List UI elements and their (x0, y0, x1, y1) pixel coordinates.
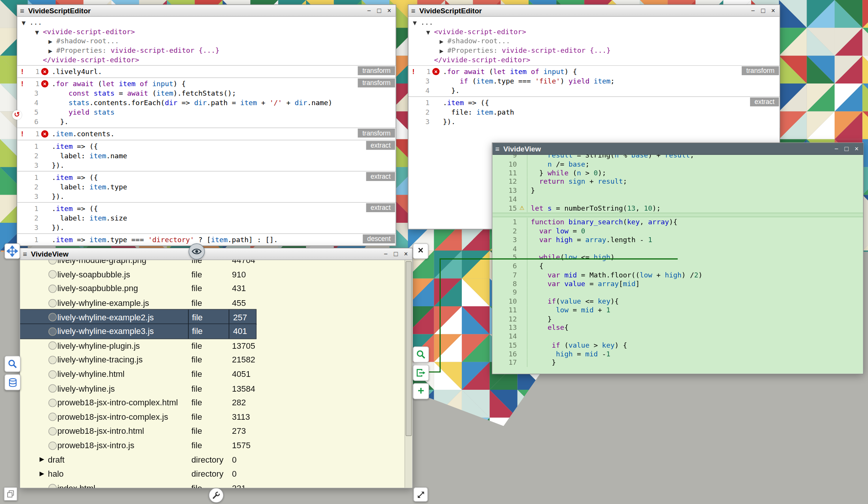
code-line[interactable]: 6 { (493, 262, 863, 271)
dom-tree-node[interactable]: ▼<vivide-script-editor> (17, 27, 396, 37)
code-line[interactable]: 3}). (17, 161, 396, 170)
code-line[interactable]: 1.item => item.type === 'directory' ? [i… (17, 235, 396, 244)
code-line[interactable]: !1×.item.contents. (17, 129, 396, 139)
vertical-scrollbar[interactable] (405, 260, 413, 488)
code-line[interactable]: 3 if (item.type === 'file') yield item; (408, 76, 780, 86)
minimize-button[interactable]: − (384, 249, 388, 259)
code-line[interactable]: 5 yield stats (17, 107, 396, 117)
file-table-row[interactable]: lively-whyline-plugin.jsfile13705 (20, 338, 256, 353)
code-line[interactable]: 2 label: item.size (17, 213, 396, 223)
code-line[interactable]: 15⚠let s = numberToString(13, 10); (493, 203, 863, 212)
titlebar[interactable]: ≡ VivideView − □ × (20, 248, 412, 260)
file-table-row[interactable]: lively-whyline-example2.jsfile257 (20, 310, 256, 324)
maximize-button[interactable]: □ (377, 6, 381, 16)
file-table-row[interactable]: lively-soapbubble.pngfile431 (20, 281, 256, 296)
tree-expand-arrow-icon[interactable]: ▶ (49, 38, 57, 46)
scrollbar-thumb[interactable] (406, 261, 412, 436)
file-table-row[interactable]: lively-whyline-tracing.jsfile21582 (20, 353, 256, 367)
dom-tree-node[interactable]: ▶#shadow-root... (408, 37, 780, 46)
file-table-row[interactable]: lively-whyline-example.jsfile455 (20, 296, 256, 310)
copy-view-button[interactable] (4, 487, 17, 501)
code-line[interactable]: 14 (493, 195, 863, 203)
file-table-row[interactable]: lively-soapbubble.jsfile910 (20, 267, 256, 282)
file-table-row[interactable]: proweb18-jsx-intro.jsfile1575 (20, 438, 256, 452)
tree-expand-arrow-icon[interactable]: ▶ (439, 38, 447, 46)
file-table-row[interactable]: lively-whyline.htmlfile4051 (20, 367, 256, 381)
titlebar[interactable]: ≡ VivideScriptEditor − □ × (408, 5, 780, 17)
code-line[interactable]: 1.item => ({ (17, 173, 396, 182)
close-button[interactable]: × (855, 144, 859, 154)
preview-eye-button[interactable] (188, 243, 205, 260)
code-line[interactable]: 6 }. (17, 117, 396, 126)
resize-handle[interactable] (413, 487, 428, 502)
code-line[interactable]: !1×.for await (let item of input) { (408, 67, 780, 76)
dom-tree-node[interactable]: ▶#shadow-root... (17, 37, 396, 46)
directory-expand-arrow-icon[interactable]: ▶ (39, 455, 44, 463)
code-line[interactable]: 16 high = mid -1 (493, 350, 863, 358)
code-line[interactable]: 3 const stats = await (item).fetchStats(… (17, 88, 396, 98)
configure-button[interactable] (209, 488, 224, 503)
code-line[interactable]: 3}). (408, 117, 780, 126)
dom-tree-node[interactable]: </vivide-script-editor> (408, 56, 780, 64)
titlebar[interactable]: ≡ VivideView − □ × (493, 143, 863, 155)
move-handle-button[interactable] (5, 243, 20, 259)
code-line[interactable]: 2 var low = 0 (493, 227, 863, 235)
code-line[interactable]: 15 if (value > key) { (493, 341, 863, 350)
window-menu-icon[interactable]: ≡ (411, 6, 415, 15)
undo-step-icon[interactable]: ↺ (12, 110, 22, 120)
file-table-row[interactable]: proweb18-jsx-intro-complex.jsfile3113 (20, 410, 256, 424)
code-line[interactable]: 3}). (17, 223, 396, 232)
dom-tree-node[interactable]: ▼... (17, 18, 396, 27)
code-line[interactable]: 1.item => ({ (408, 98, 780, 107)
code-line[interactable]: 10 if(value <= key){ (493, 297, 863, 306)
code-line[interactable]: 1function binary_search(key, array){ (493, 218, 863, 227)
dom-tree-node[interactable]: </vivide-script-editor> (17, 56, 396, 64)
tree-expand-arrow-icon[interactable]: ▼ (426, 28, 434, 37)
directory-expand-arrow-icon[interactable]: ▶ (39, 470, 44, 477)
close-button[interactable]: × (771, 6, 775, 16)
dom-tree-node[interactable]: ▼<vivide-script-editor> (408, 27, 780, 37)
window-menu-icon[interactable]: ≡ (495, 145, 499, 153)
code-line[interactable]: 13 else{ (493, 323, 863, 332)
tree-expand-arrow-icon[interactable]: ▶ (49, 47, 57, 56)
tree-expand-arrow-icon[interactable]: ▶ (439, 47, 447, 56)
code-line[interactable]: 1.item => ({ (17, 142, 396, 151)
window-menu-icon[interactable]: ≡ (20, 6, 24, 15)
code-line[interactable]: 9 result = String(n % base) + result; (493, 154, 863, 159)
code-line[interactable]: !1×.lively4url. (17, 67, 396, 76)
window-menu-icon[interactable]: ≡ (23, 250, 27, 258)
data-source-button[interactable] (5, 374, 21, 391)
code-line[interactable]: 4 }. (408, 86, 780, 95)
file-table-row[interactable]: ▶halodirectory0 (20, 466, 256, 481)
tree-expand-arrow-icon[interactable]: ▼ (35, 28, 43, 37)
code-line[interactable]: 8 var value = array[mid] (493, 279, 863, 288)
code-line[interactable]: 2 label: item.name (17, 151, 396, 161)
titlebar[interactable]: ≡ VivideScriptEditor − □ × (17, 5, 396, 17)
maximize-button[interactable]: □ (844, 144, 849, 154)
dom-tree-node[interactable]: ▶#Properties: vivide-script-editor {...} (408, 46, 780, 56)
file-table-row[interactable]: proweb18-jsx-intro-complex.htmlfile282 (20, 395, 256, 410)
code-line[interactable]: 4 (493, 244, 863, 253)
maximize-button[interactable]: □ (761, 6, 765, 16)
code-line[interactable]: 11 low = mid + 1 (493, 306, 863, 314)
code-line[interactable]: 2 label: item.type (17, 182, 396, 192)
code-line[interactable]: 1.item => ({ (17, 204, 396, 213)
file-table-row[interactable]: index.htmlfile221 (20, 481, 256, 488)
close-button[interactable]: × (404, 249, 408, 259)
tree-expand-arrow-icon[interactable]: ▼ (22, 19, 30, 27)
file-table-row[interactable]: ▶draftdirectory0 (20, 452, 256, 467)
dom-tree-node[interactable]: ▶#Properties: vivide-script-editor {...} (17, 46, 396, 56)
code-view-body[interactable]: 9 result = String(n % base) + result;10 … (493, 154, 863, 373)
code-line[interactable]: 14 (493, 332, 863, 341)
minimize-button[interactable]: − (751, 6, 755, 16)
code-line[interactable]: 7 var mid = Math.floor((low + high) /2) (493, 271, 863, 279)
code-line[interactable]: !1×.for await (let item of input) { (17, 79, 396, 88)
export-target-button[interactable] (413, 365, 429, 381)
code-line[interactable]: 17 } (493, 358, 863, 367)
code-line[interactable]: 12 return sign + result; (493, 177, 863, 186)
code-line[interactable]: 9 (493, 288, 863, 297)
code-block[interactable]: 1function binary_search(key, array){2 va… (493, 218, 863, 367)
query-search-button[interactable] (413, 346, 429, 363)
code-line[interactable]: 11 } while (n > 0); (493, 169, 863, 177)
code-line[interactable]: 3 var high = array.length - 1 (493, 235, 863, 244)
